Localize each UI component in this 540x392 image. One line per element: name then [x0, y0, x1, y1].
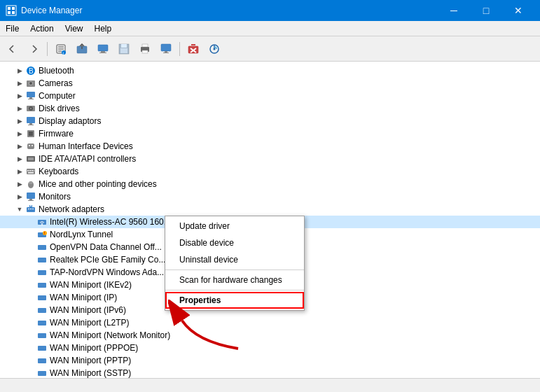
svg-rect-54 — [29, 170, 31, 172]
svg-rect-38 — [28, 99, 34, 99]
close-button[interactable]: ✕ — [502, 0, 534, 21]
toolbar-back[interactable] — [3, 39, 22, 59]
tree-item-firmware[interactable]: ▶ Firmware — [0, 127, 540, 140]
expand-hid[interactable]: ▶ — [14, 141, 25, 152]
svg-rect-51 — [28, 158, 34, 160]
expand-firmware[interactable]: ▶ — [14, 128, 25, 139]
tree-item-computer[interactable]: ▶ Computer — [0, 90, 540, 102]
tree-item-disk[interactable]: ▶ Disk drives — [0, 102, 540, 115]
menu-view[interactable]: View — [60, 22, 89, 35]
svg-rect-23 — [165, 51, 167, 52]
svg-rect-75 — [38, 245, 46, 250]
expand-disk[interactable]: ▶ — [14, 103, 25, 114]
toolbar-scan[interactable] — [205, 39, 224, 59]
expand-ide[interactable]: ▶ — [14, 153, 25, 164]
expand-monitors[interactable]: ▶ — [14, 191, 25, 202]
tree-item-wan-l2tp[interactable]: WAN Miniport (L2TP) — [0, 316, 540, 329]
wan-pptp-label: WAN Miniport (PPTP) — [50, 356, 131, 365]
network-icon — [25, 204, 36, 215]
svg-rect-21 — [142, 50, 148, 53]
expand-wan-pptp — [25, 355, 36, 366]
realtek-icon — [36, 254, 48, 265]
tree-item-ide[interactable]: ▶ IDE ATA/ATAPI controllers — [0, 153, 540, 165]
svg-rect-62 — [29, 199, 32, 200]
menu-help[interactable]: Help — [89, 22, 118, 35]
svg-rect-84 — [38, 358, 46, 363]
ctx-disable-device[interactable]: Disable device — [165, 234, 304, 251]
svg-text:B: B — [29, 67, 34, 75]
expand-mouse[interactable]: ▶ — [14, 178, 25, 190]
nordlynx-icon: ! — [36, 229, 48, 240]
tree-item-wan-sstp[interactable]: WAN Miniport (SSTP) — [0, 367, 540, 378]
ctx-scan-hardware[interactable]: Scan for hardware changes — [165, 272, 304, 288]
wan-netmon-icon — [36, 330, 48, 341]
title-bar-left: Device Manager — [6, 5, 82, 16]
ctx-uninstall-device[interactable]: Uninstall device — [165, 251, 304, 268]
ctx-properties[interactable]: Properties — [165, 292, 304, 309]
svg-rect-14 — [101, 51, 105, 52]
toolbar-save[interactable] — [114, 39, 134, 59]
bluetooth-label: Bluetooth — [39, 66, 74, 76]
title-bar: Device Manager ─ □ ✕ — [0, 0, 540, 21]
toolbar-computer[interactable] — [93, 39, 113, 59]
tree-item-hid[interactable]: ▶ Human Interface Devices — [0, 140, 540, 153]
expand-wan-ip — [25, 292, 36, 303]
intel-wifi-label: Intel(R) Wireless-AC 9560 160... — [50, 217, 171, 227]
tree-item-keyboard[interactable]: ▶ Keyboards — [0, 165, 540, 178]
expand-wan-netmon — [25, 330, 36, 341]
toolbar-uninstall[interactable] — [184, 39, 203, 59]
realtek-label: Realtek PCIe GbE Family Co... — [50, 255, 165, 265]
tree-item-display[interactable]: ▶ Display adaptors — [0, 115, 540, 127]
svg-rect-63 — [28, 200, 34, 201]
main-area: ▶ B Bluetooth ▶ Cameras — [0, 62, 540, 378]
tap-icon — [36, 267, 48, 278]
svg-rect-2 — [12, 7, 15, 10]
tree-item-mouse[interactable]: ▶ Mice and other pointing devices — [0, 178, 540, 190]
tree-item-cameras[interactable]: ▶ Cameras — [0, 77, 540, 90]
tree-item-wan-pppoe[interactable]: WAN Miniport (PPPOE) — [0, 342, 540, 354]
svg-rect-79 — [38, 295, 46, 300]
keyboard-icon — [25, 166, 36, 177]
menu-action[interactable]: Action — [25, 22, 59, 35]
keyboard-label: Keyboards — [39, 167, 78, 176]
expand-display[interactable]: ▶ — [14, 115, 25, 127]
tree-item-wan-pptp[interactable]: WAN Miniport (PPTP) — [0, 354, 540, 367]
expand-keyboard[interactable]: ▶ — [14, 166, 25, 177]
ctx-sep2 — [165, 290, 304, 290]
menu-file[interactable]: File — [0, 22, 25, 35]
ctx-update-driver[interactable]: Update driver — [165, 218, 304, 234]
minimize-button[interactable]: ─ — [438, 0, 470, 21]
toolbar-update-driver[interactable] — [72, 39, 92, 59]
expand-wan-ipv6 — [25, 304, 36, 316]
tree-item-monitors[interactable]: ▶ Monitors — [0, 190, 540, 203]
toolbar-forward[interactable] — [24, 39, 43, 59]
expand-openvpn — [25, 241, 36, 253]
toolbar-properties[interactable]: i — [51, 39, 71, 59]
expand-tap — [25, 267, 36, 278]
expand-cameras[interactable]: ▶ — [14, 78, 25, 89]
svg-rect-44 — [28, 125, 34, 125]
cameras-label: Cameras — [39, 78, 73, 88]
expand-computer[interactable]: ▶ — [14, 90, 25, 102]
svg-rect-61 — [27, 192, 35, 199]
svg-rect-4 — [12, 11, 15, 14]
toolbar-display[interactable] — [156, 39, 176, 59]
tree-item-wan-netmon[interactable]: WAN Miniport (Network Monitor) — [0, 329, 540, 342]
tree-item-bluetooth[interactable]: ▶ B Bluetooth — [0, 64, 540, 77]
tree-item-network[interactable]: ▼ Network adapters — [0, 203, 540, 216]
svg-rect-64 — [27, 207, 35, 212]
expand-network[interactable]: ▼ — [14, 204, 25, 215]
ctx-sep1 — [165, 270, 304, 270]
svg-rect-22 — [161, 44, 171, 51]
svg-rect-52 — [27, 169, 35, 174]
wan-l2tp-icon — [36, 317, 48, 328]
expand-bluetooth[interactable]: ▶ — [14, 65, 25, 76]
svg-rect-81 — [38, 321, 46, 326]
hid-label: Human Interface Devices — [39, 141, 133, 151]
svg-rect-37 — [29, 97, 32, 99]
maximize-button[interactable]: □ — [470, 0, 502, 21]
toolbar-print[interactable] — [135, 39, 155, 59]
wan-sstp-icon — [36, 368, 48, 378]
menu-bar: File Action View Help — [0, 21, 540, 36]
wan-ikev2-label: WAN Miniport (IKEv2) — [50, 280, 132, 290]
